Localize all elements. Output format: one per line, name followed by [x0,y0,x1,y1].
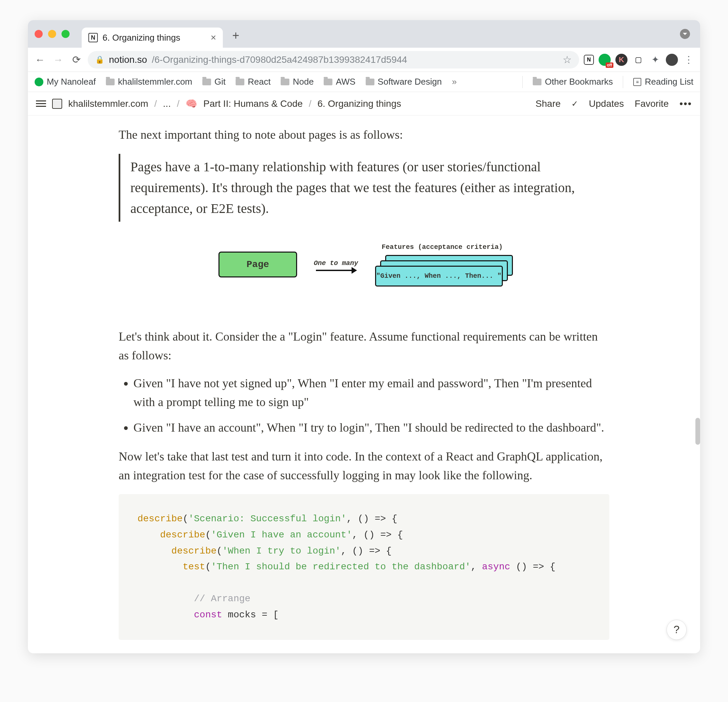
diagram-arrow: One to many [314,258,358,271]
breadcrumb-parent-emoji: 🧠 [186,98,197,109]
breadcrumb-ellipsis[interactable]: ... [163,98,171,109]
bookmark-item[interactable]: khalilstemmler.com [106,76,192,87]
window-maximize-button[interactable] [62,30,69,38]
bookmark-item[interactable]: React [235,76,270,87]
diagram-page-box: Page [218,252,297,277]
reading-list-icon: ≡ [633,78,641,86]
address-bar[interactable]: 🔒 notion.so/6-Organizing-things-d70980d2… [88,51,579,69]
lock-icon: 🔒 [95,55,104,64]
bookmark-label: khalilstemmler.com [118,76,192,87]
bookmark-label: Git [214,76,225,87]
tab-search-button[interactable] [680,29,690,39]
extension-off-badge: off [606,62,613,68]
tab-close-icon[interactable]: × [211,32,216,43]
nanoleaf-icon [35,78,43,86]
bookmark-label: Other Bookmarks [545,76,613,87]
diagram-features: Features (acceptance criteria) "Given ..… [375,242,510,287]
toolbar: ← → ⟳ 🔒 notion.so/6-Organizing-things-d7… [28,48,700,72]
folder-icon [281,79,289,85]
updates-check-icon: ✓ [571,99,578,108]
bookmark-label: Node [293,76,313,87]
diagram-features-label: Features (acceptance criteria) [382,242,503,252]
extensions-menu-icon[interactable]: ✦ [649,54,661,66]
code-block: describe('Scenario: Successful login', (… [118,494,610,640]
bookmark-item[interactable]: Git [202,76,225,87]
folder-icon [366,79,374,85]
blockquote: Pages have a 1-to-many relationship with… [118,154,610,222]
help-button[interactable]: ? [666,620,687,640]
bookmark-star-icon[interactable]: ☆ [563,54,572,65]
list-item: Given "I have an account", When "I try t… [133,418,610,437]
bookmark-label: My Nanoleaf [47,76,96,87]
bookmarks-bar: My Nanoleaf khalilstemmler.com Git React… [28,72,700,92]
bookmark-label: Reading List [645,76,693,87]
bookmark-item[interactable]: Node [281,76,313,87]
bookmarks-overflow-button[interactable]: » [452,76,456,87]
extension-k-icon[interactable]: K [615,54,627,66]
breadcrumb-separator: / [177,98,179,109]
bookmark-item[interactable]: AWS [324,76,355,87]
list-item: Given "I have not yet signed up", When "… [133,374,610,412]
scrollbar-thumb[interactable] [695,418,700,445]
paragraph: Now let's take that last test and turn i… [118,447,610,485]
profile-avatar[interactable] [666,54,678,66]
folder-icon [106,79,115,85]
updates-button[interactable]: Updates [589,98,624,109]
browser-tab[interactable]: N 6. Organizing things × [82,27,223,48]
breadcrumb-separator: / [154,98,157,109]
folder-icon [324,79,332,85]
extension-notion-icon[interactable]: N [584,55,594,65]
browser-window: N 6. Organizing things × + ← → ⟳ 🔒 notio… [28,20,700,653]
diagram-feature-card: "Given ..., When ..., Then... " [375,266,503,287]
folder-icon [235,79,244,85]
extension-grammarly-icon[interactable]: off [599,54,611,66]
bookmark-label: AWS [336,76,355,87]
window-close-button[interactable] [35,30,43,38]
breadcrumb-parent[interactable]: Part II: Humans & Code [203,98,303,109]
chrome-menu-icon[interactable]: ⋮ [683,54,695,66]
back-button[interactable]: ← [33,53,47,66]
reading-list-button[interactable]: ≡ Reading List [633,76,693,87]
tab-title: 6. Organizing things [103,33,180,43]
bookmark-item[interactable]: Software Design [366,76,442,87]
bookmark-item[interactable]: My Nanoleaf [35,76,96,87]
page-more-icon[interactable]: ••• [679,98,692,110]
share-button[interactable]: Share [535,98,560,109]
page-content: The next important thing to note about p… [28,115,700,653]
page-icon [52,99,62,109]
separator [623,76,623,88]
favorite-button[interactable]: Favorite [634,98,669,109]
notion-topbar: khalilstemmler.com / ... / 🧠 Part II: Hu… [28,92,700,115]
paragraph: The next important thing to note about p… [118,125,610,144]
bookmark-label: Software Design [378,76,442,87]
separator [522,76,523,88]
forward-button[interactable]: → [51,53,65,66]
other-bookmarks-button[interactable]: Other Bookmarks [533,76,613,87]
breadcrumb-separator: / [309,98,312,109]
bullet-list: Given "I have not yet signed up", When "… [118,374,610,437]
notion-favicon: N [88,33,98,42]
folder-icon [202,79,211,85]
reload-button[interactable]: ⟳ [69,53,83,66]
extension-generic-icon[interactable]: ▢ [632,54,644,66]
folder-icon [533,79,542,85]
new-tab-button[interactable]: + [232,29,239,43]
diagram: Page One to many Features (acceptance cr… [118,242,610,287]
paragraph: Let's think about it. Consider the a "Lo… [118,327,610,365]
sidebar-toggle-icon[interactable] [36,101,46,107]
tab-strip: N 6. Organizing things × + [28,20,700,48]
window-controls [35,30,69,38]
breadcrumb-current[interactable]: 6. Organizing things [317,98,401,109]
url-path: /6-Organizing-things-d70980d25a424987b13… [152,55,407,65]
breadcrumb-root[interactable]: khalilstemmler.com [68,98,148,109]
bookmark-label: React [248,76,270,87]
window-minimize-button[interactable] [48,30,56,38]
url-host: notion.so [109,55,147,65]
